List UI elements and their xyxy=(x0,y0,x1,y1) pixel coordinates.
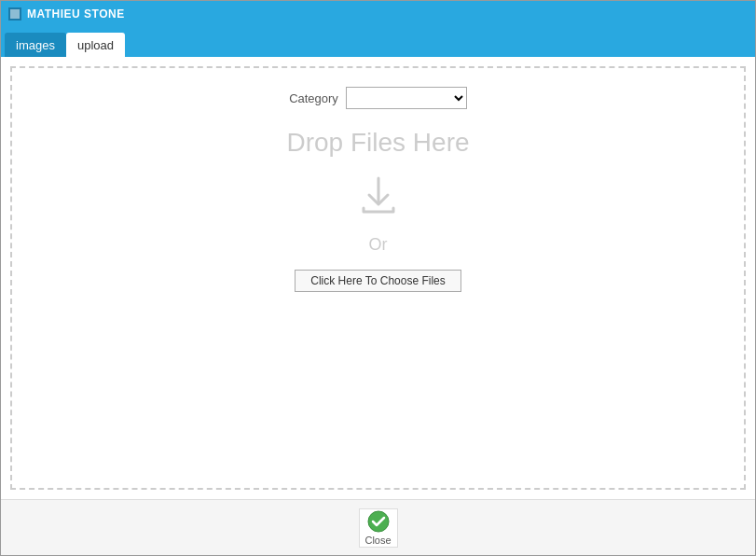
content-area: Category Drop Files Here Or Click Here T… xyxy=(1,57,755,499)
drop-zone[interactable]: Category Drop Files Here Or Click Here T… xyxy=(10,66,746,490)
window-icon xyxy=(8,7,21,21)
category-label: Category xyxy=(289,91,338,105)
svg-rect-0 xyxy=(10,9,20,19)
tab-bar: images upload xyxy=(1,27,755,57)
drop-files-text: Drop Files Here xyxy=(286,128,469,158)
or-text: Or xyxy=(369,235,388,255)
bottom-bar: Close xyxy=(1,499,755,555)
check-circle-icon xyxy=(367,510,390,533)
title-bar-text: MATHIEU STONE xyxy=(27,7,125,21)
svg-point-1 xyxy=(368,511,389,532)
close-label: Close xyxy=(364,535,391,546)
window: MATHIEU STONE images upload Category Dro… xyxy=(0,0,756,556)
tab-upload[interactable]: upload xyxy=(66,33,125,57)
close-button[interactable]: Close xyxy=(359,508,398,548)
download-icon xyxy=(356,173,401,220)
tab-images[interactable]: images xyxy=(5,33,66,57)
choose-files-button[interactable]: Click Here To Choose Files xyxy=(295,270,461,292)
title-bar: MATHIEU STONE xyxy=(1,1,755,27)
category-row: Category xyxy=(31,87,725,109)
category-select[interactable] xyxy=(346,87,467,109)
